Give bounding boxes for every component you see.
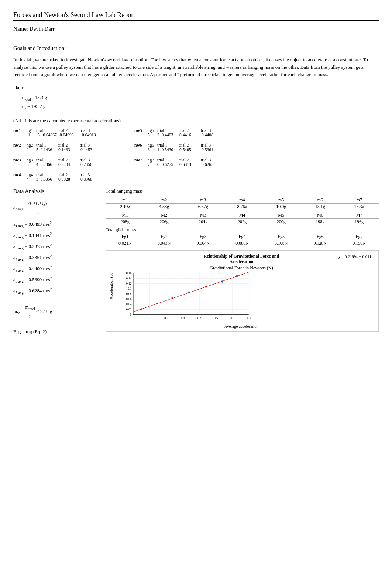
analysis-left: Data Analysis: ac avg = (t1+t2+t3)3 a1 a… <box>13 188 98 338</box>
svg-text:0.1: 0.1 <box>128 287 131 290</box>
chart-x-label: Average acceleration <box>109 324 374 329</box>
hanging-mass-table: m1m2m3m4m5m6m7 2.19g4.38g6.57g8.76g10.0g… <box>106 197 379 210</box>
hanging-M-table: M1M2M3M4M5M6M7 208g206g204g202g200g198g1… <box>106 212 379 225</box>
trial-block-nw3: nw3 ng3 trial 1 trial 2 trial 3 3 4 0.23… <box>13 158 101 167</box>
chart-x-axis-title: Gravitational Force in Newtons (N) <box>109 265 374 271</box>
chart-title: Relationship of Gravitational Force andA… <box>109 254 374 265</box>
svg-text:0.04: 0.04 <box>126 303 132 306</box>
svg-text:0.06: 0.06 <box>126 297 132 301</box>
fg-table: Fg1Fg2Fg3Fg4Fg5Fg6Fg7 0.021N0.043N0.064N… <box>106 234 379 246</box>
chart-equation: y = 0.2199x + 0.0111 <box>338 254 373 259</box>
trial-block-nw2: nw2 ng2 trial 1 trial 2 trial 3 2 5 0.14… <box>13 143 101 152</box>
svg-text:0.6: 0.6 <box>231 316 234 320</box>
svg-text:0.02: 0.02 <box>126 308 132 311</box>
analysis-heading: Data Analysis: <box>13 188 46 195</box>
svg-text:0.08: 0.08 <box>126 292 132 296</box>
a3avg: a3 avg = 0.2375 m/s2 <box>13 242 98 251</box>
intro-text: In this lab, we are asked to investigate… <box>13 56 379 78</box>
m-gl-value: mgl= 195.7 g <box>21 102 379 111</box>
trial-block-nw5: nw5 ng5 trial 1 trial 2 trial 3 5 2 0.44… <box>134 128 221 137</box>
chart-y-label: Acceleration (%) <box>109 272 113 299</box>
goals-heading: Goals and Introduction: <box>13 45 66 52</box>
name-line: Name: Devin Darr <box>13 26 55 34</box>
svg-text:0.3: 0.3 <box>181 316 185 320</box>
chart-area: Acceleration (%) 0 0.02 0.04 0.06 0.08 0… <box>109 272 374 323</box>
analysis-wrapper: Data Analysis: ac avg = (t1+t2+t3)3 a1 a… <box>13 188 379 338</box>
chart-container: Relationship of Gravitational Force andA… <box>106 250 379 332</box>
trial-block-nw1: nw1 ng1 trial 1 trial 2 trial 3 1 6 0.04… <box>13 128 101 137</box>
svg-text:0.16: 0.16 <box>126 272 132 275</box>
avg-formula: ac avg = (t1+t2+t3)3 <box>13 199 98 217</box>
a2avg: a2 avg = 0.1441 m/s2 <box>13 231 98 240</box>
chart-svg: 0 0.02 0.04 0.06 0.08 0.1 0.12 0.14 0.16 <box>115 272 255 323</box>
trial-block-nw6: nw6 ng6 trial 1 trial 2 trial 3 6 1 0.54… <box>134 143 221 152</box>
glider-heading: Total glider mass <box>106 227 379 233</box>
svg-text:0.2: 0.2 <box>164 316 168 320</box>
a6avg: a6 avg = 0.5399 m/s2 <box>13 275 98 285</box>
svg-text:0.12: 0.12 <box>126 282 132 285</box>
trials-grid: nw1 ng1 trial 1 trial 2 trial 3 1 6 0.04… <box>13 128 379 181</box>
a4avg: a4 avg = 0.3351 m/s2 <box>13 253 98 262</box>
svg-text:0.4: 0.4 <box>197 316 202 320</box>
report-title: Forces and Newton's Second Law Lab Repor… <box>13 11 379 21</box>
svg-text:0.7: 0.7 <box>247 316 251 320</box>
fg-formula: F_g = mg (Eq. 2) <box>13 328 98 336</box>
note-line: (All trials are the calculated experimen… <box>13 118 379 124</box>
svg-text:0: 0 <box>130 313 131 316</box>
mw-formula: mw = mtotal7 ≈ 2.19 g <box>13 303 98 321</box>
trial-block-nw7: nw7 ng7 trial 1 trial 2 trial 3 7 0 0.62… <box>134 158 221 167</box>
data-heading: Data: <box>13 85 24 91</box>
analysis-right: Total hanging mass m1m2m3m4m5m6m7 2.19g4… <box>106 188 379 338</box>
svg-text:0.1: 0.1 <box>148 316 152 320</box>
svg-line-41 <box>133 272 249 312</box>
a5avg: a5 avg = 0.4409 m/s2 <box>13 264 98 273</box>
a7avg: a7 avg = 0.6284 m/s2 <box>13 286 98 296</box>
svg-text:0: 0 <box>133 316 134 320</box>
m-total-value: mtotal= 15.3 g <box>21 93 379 102</box>
svg-text:0.5: 0.5 <box>214 316 218 320</box>
a1avg: a1 avg = 0.0493 m/s2 <box>13 220 98 229</box>
svg-text:0.14: 0.14 <box>126 277 132 280</box>
total-hanging-title: Total hanging mass <box>106 188 379 194</box>
trial-block-nw4: nw4 ng4 trial 1 trial 2 trial 3 4 3 0.33… <box>13 173 101 181</box>
